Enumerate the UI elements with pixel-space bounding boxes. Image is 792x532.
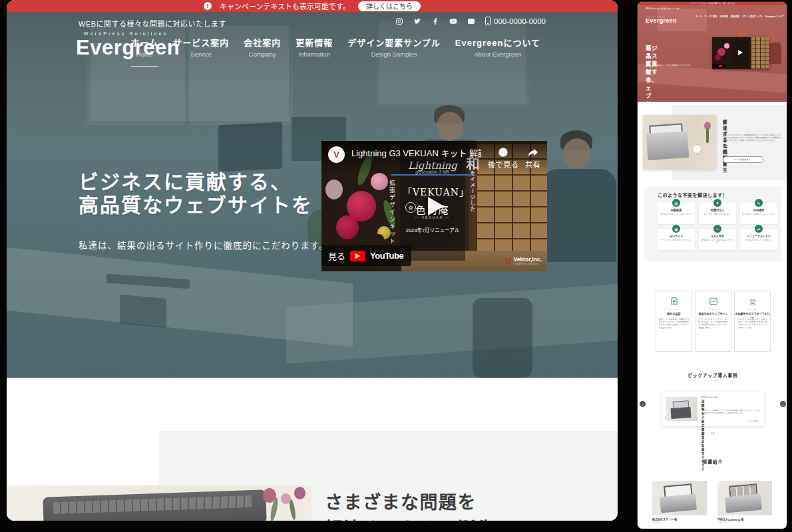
mini-hero-section: WEBに関する様々な問題に対応いたします WordPress Solutions… bbox=[638, 5, 787, 102]
mini-case-study-card[interactable]: 株式会社Lightning 様 印刷物も一緒に依頼できたので スタートアップの企… bbox=[662, 392, 764, 426]
mini-worry-card: ⇄ リニューアルしたい 費用や進め方のイメージが掴めない bbox=[740, 229, 777, 250]
nav-item-service[interactable]: サービス案内 Service bbox=[173, 36, 229, 67]
thumb-vekuan-text: 「VEKUAN」 bbox=[403, 185, 463, 198]
intro-section: さまざまな問題を 解決するために誕生 bbox=[7, 378, 618, 521]
laptop-flowers-photo bbox=[7, 485, 311, 521]
watch-later-button[interactable]: 後で見る bbox=[488, 147, 518, 176]
vektor-credit: V Vektor,Inc. WordPress Solutions bbox=[505, 256, 542, 266]
mini-case-body: ウェブサイトと同時に、チラシなどの印刷物もお願いしました。トータルの相談ができま… bbox=[701, 409, 760, 415]
facebook-icon[interactable] bbox=[431, 17, 440, 25]
mini-worry-card: ⌂ スキル不足 専門知識がなく何から始めればよいか分からない bbox=[699, 229, 736, 250]
header-social-row: 000-0000-0000 bbox=[395, 17, 546, 25]
mini-feature-card: FOLLOW きめ細やかなアフターフォロー ウェブサイトは公開してからが本当のス… bbox=[734, 291, 771, 352]
screenshot-stage: ! キャンペーンテキストも表示可能です。 詳しくはこちら WEBに関する様々な問… bbox=[0, 0, 792, 532]
share-button[interactable]: 共有 bbox=[525, 147, 540, 176]
share-arrow-icon bbox=[528, 147, 538, 158]
campaign-bar: ! キャンペーンテキストも表示可能です。 詳しくはこちら bbox=[7, 0, 618, 12]
monitor-icon: ▣ bbox=[672, 225, 680, 233]
user-icon: ● bbox=[713, 199, 721, 207]
mini-work-item[interactable]: 株式会社スマート 様 WEBSITE bbox=[652, 481, 707, 525]
mini-work-photo bbox=[717, 481, 772, 515]
intro-heading: さまざまな問題を 解決するために誕生 bbox=[325, 489, 496, 521]
mini-works-subheading: WORKS bbox=[644, 466, 781, 468]
clock-icon bbox=[498, 147, 508, 158]
mini-worry-card: ▤ 原稿相談 自社の魅力や強みをうまく文章にできない bbox=[658, 203, 695, 224]
campaign-details-button[interactable]: 詳しくはこちら bbox=[358, 1, 421, 11]
youtube-icon[interactable] bbox=[449, 17, 458, 25]
mini-works-heading: 実績紹介 bbox=[638, 458, 787, 465]
mini-carousel-pagination: 1/5 bbox=[638, 432, 787, 435]
hero-title: ビジネスに貢献する、 高品質なウェブサイトを bbox=[79, 170, 313, 217]
carousel-prev-button[interactable]: ‹ bbox=[640, 401, 646, 407]
mini-pickup-heading: ピックアップ導入事例 bbox=[638, 372, 787, 378]
fullpage-preview[interactable]: キャンペーンテキストも表示可能です。 詳しくはこちら WEBに関する様々な問題に… bbox=[637, 1, 787, 529]
youtube-embed[interactable]: Lightning generation 3 MK 「VEKUAN」 ✿ 色司庵… bbox=[321, 141, 547, 271]
mini-feature-card: QUALITY 確かな品質 国産テーマ「Lightning」の開発元が手がけるサ… bbox=[656, 291, 692, 352]
twitter-icon[interactable] bbox=[413, 17, 422, 25]
info-icon: ! bbox=[204, 2, 212, 10]
mini-service-button: サービス紹介を見る → bbox=[723, 156, 764, 163]
document-icon: ▤ bbox=[672, 199, 680, 207]
header-tagline: WEBに関する様々な問題に対応いたします bbox=[79, 18, 226, 29]
mini-work-item[interactable]: 学校法人Lightning 様 WEBSITE bbox=[717, 481, 772, 525]
mini-case-photo bbox=[666, 397, 697, 421]
hero-section: WEBに関する様々な問題に対応いたします bbox=[7, 12, 618, 378]
mini-video-thumbnail bbox=[712, 37, 769, 69]
vektor-logo: V bbox=[505, 256, 511, 266]
edit-icon: ✎ bbox=[755, 199, 763, 207]
nav-item-information[interactable]: 更新情報 Information bbox=[296, 36, 333, 67]
instagram-icon[interactable] bbox=[395, 17, 404, 25]
mini-navigation: ホームサービス案内 会社案内更新情報 デザイン要素サンプルEvergreenにつ… bbox=[694, 15, 784, 18]
mini-pickup-subheading: CASE STUDY bbox=[644, 380, 781, 382]
mini-intro-body: 企業にとってウェブサイトの問題を解決すべく、さまざまな経験とノウハウをもとに立ち… bbox=[723, 134, 781, 142]
smartphone-icon bbox=[485, 17, 491, 25]
mini-feature-card: RESULT 効果の出るウェブサイト デザインだけでなく、ブランド・集客・売上な… bbox=[695, 291, 731, 352]
youtube-logo bbox=[350, 251, 365, 261]
thumb-renewal-text: 2023年7月リニューアル bbox=[401, 226, 464, 233]
mini-worry-card: ✎ 社内運用 自分で更新できる体制に切り替えていきたい bbox=[740, 203, 777, 224]
thumb-brand-sub: — VEKUAN — bbox=[403, 215, 463, 219]
document-check-icon bbox=[656, 297, 692, 308]
mini-worry-card: ● 時間がない 企画・制作・運用に時間が取れない bbox=[699, 203, 736, 224]
mini-worry-card: ▣ 古いサイト デザインが古くスマホ対応もできていない bbox=[658, 229, 695, 250]
watch-on-youtube-button[interactable]: 見る YouTube bbox=[321, 245, 411, 266]
chart-icon bbox=[695, 297, 731, 308]
nav-item-company[interactable]: 会社案内 Company bbox=[244, 36, 281, 67]
mini-tagline: WEBに関する様々な問題に対応いたします bbox=[646, 7, 752, 10]
main-navigation: ホーム Home サービス案内 Service 会社案内 Company 更新情… bbox=[131, 36, 541, 67]
refresh-icon: ⇄ bbox=[755, 225, 763, 233]
hero-subtitle: 私達は、結果の出るサイト作りに徹底的にこだわります。 bbox=[79, 238, 328, 251]
play-button[interactable] bbox=[428, 197, 444, 215]
phone-link[interactable]: 000-0000-0000 bbox=[485, 17, 546, 25]
mini-logo: WordPress Solutions Evergreen bbox=[646, 13, 695, 24]
mini-case-client: 株式会社Lightning 様 bbox=[701, 396, 761, 398]
mail-icon[interactable] bbox=[467, 17, 476, 25]
mini-laptop-photo bbox=[643, 115, 716, 170]
home-icon: ⌂ bbox=[713, 225, 721, 233]
nav-item-about[interactable]: Evergreenについて About Evergreen bbox=[455, 36, 540, 67]
video-title[interactable]: Lightning G3 VEKUAN キット 解説 bbox=[351, 146, 481, 176]
video-header: V Lightning G3 VEKUAN キット 解説 後で見る 共有 bbox=[321, 141, 547, 176]
mini-worries-heading: このような不安を解決します！ bbox=[658, 192, 727, 198]
browser-viewport: ! キャンペーンテキストも表示可能です。 詳しくはこちら WEBに関する様々な問… bbox=[7, 0, 618, 521]
nav-item-design-samples[interactable]: デザイン要素サンプル Design Samples bbox=[347, 36, 441, 67]
nav-item-home[interactable]: ホーム Home bbox=[131, 36, 159, 67]
thumb-vertical-left: 拡張デザインキット bbox=[388, 180, 397, 245]
campaign-text: キャンペーンテキストも表示可能です。 bbox=[220, 1, 350, 11]
phone-number: 000-0000-0000 bbox=[494, 17, 546, 25]
hand-heart-icon bbox=[735, 297, 770, 308]
mini-work-photo bbox=[652, 481, 707, 515]
carousel-next-button[interactable]: › bbox=[780, 401, 786, 407]
channel-avatar[interactable]: V bbox=[328, 146, 345, 163]
mini-more-link: もっと見る → bbox=[701, 420, 760, 422]
